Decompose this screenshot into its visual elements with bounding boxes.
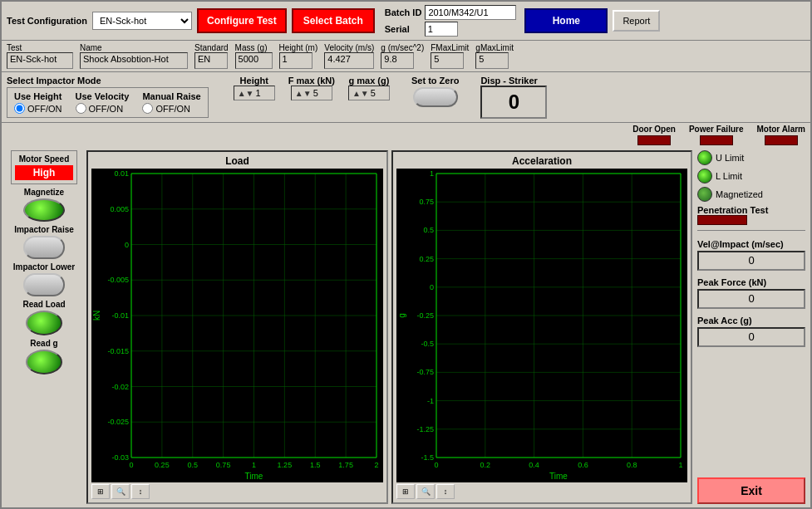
fmax-spinner-icon: ▲▼ [295,89,312,98]
fmax-spinner: F max (kN) ▲▼ 5 [288,76,335,100]
height-spinner-box[interactable]: ▲▼ 1 [234,86,275,100]
mass-label: Mass (g) [235,43,273,52]
motor-alarm-label: Motor Alarm [756,125,805,134]
left-panel: Motor Speed High Magnetize Impactor Rais… [7,150,81,504]
accel-chart-tool1[interactable]: ⊞ [396,484,415,499]
test-config-label: Test Configuration [7,16,87,26]
motor-alarm-led [765,135,798,145]
manual-raise-radio-label: OFF/ON [155,104,190,114]
magnetized-row: Magnetized [697,187,805,202]
test-label: Test [7,43,73,52]
set-to-zero-button[interactable] [413,87,458,107]
fmax-spinner-label: F max (kN) [288,76,335,86]
u-limit-row: U Limit [697,150,805,165]
velocity-label: Velocity (m/s) [324,43,374,52]
report-button[interactable]: Report [613,10,660,32]
penetration-test-led [697,215,747,225]
motor-speed-label: Motor Speed [15,154,73,164]
accel-chart-container: Accelaration ⊞ 🔍 ↕ [391,150,692,504]
manual-raise-label: Manual Raise [142,91,200,101]
door-open-label: Door Open [632,125,676,134]
impactor-bar: Select Impactor Mode Use Height OFF/ON U… [2,72,810,123]
standard-label: Standard [194,43,229,52]
read-load-button[interactable] [26,311,62,335]
g-label: g (m/sec^2) [381,43,424,52]
mass-value: 5000 [235,52,273,69]
velocity-value: 4.427 [324,52,374,69]
load-canvas [91,169,383,482]
set-to-zero-group: Set to Zero [411,76,459,107]
use-velocity-label: Use Velocity [76,91,130,101]
use-height-label: Use Height [14,91,62,101]
power-failure-led [700,135,733,145]
top-bar: Test Configuration EN-Sck-hot Configure … [2,2,810,41]
main-content: Motor Speed High Magnetize Impactor Rais… [2,147,810,507]
fmax-spinner-box[interactable]: ▲▼ 5 [291,86,332,100]
accel-chart-toolbar: ⊞ 🔍 ↕ [396,482,687,499]
fmax-spinner-value: 5 [313,88,318,98]
name-value: Shock Absobtion-Hot [80,52,188,69]
test-config-dropdown[interactable]: EN-Sck-hot [92,12,192,30]
load-chart-tool1[interactable]: ⊞ [91,484,110,499]
accel-chart-tool2[interactable]: 🔍 [416,484,435,499]
gmax-spinner-box[interactable]: ▲▼ 5 [348,86,390,100]
name-label: Name [80,43,188,52]
motor-alarm-status: Motor Alarm [756,125,805,145]
gmax-spinner-label: g max (g) [349,76,390,86]
charts-area: Load ⊞ 🔍 ↕ Accelaration ⊞ 🔍 [86,150,692,504]
door-open-status: Door Open [632,125,676,145]
use-height-radio[interactable] [14,103,25,114]
standard-value: EN [194,52,228,69]
peak-force-value: 0 [697,289,805,309]
spinner-up-icon: ▲▼ [238,89,254,98]
gmax-label: gMaxLimit [475,43,514,52]
peak-force-label: Peak Force (kN) [697,277,805,287]
disp-striker-label: Disp - Striker [480,76,537,86]
load-chart-area [91,169,383,482]
motor-speed-box: Motor Speed High [11,150,77,184]
right-panel: U Limit L Limit Magnetized Penetration T… [697,150,805,504]
use-velocity-radio[interactable] [76,103,86,114]
peak-acc-value: 0 [697,327,805,347]
home-button[interactable]: Home [524,8,608,33]
read-load-label: Read Load [22,300,65,309]
impactor-lower-button[interactable] [23,273,65,296]
vel-impact-label: Vel@Impact (m/sec) [697,239,805,249]
select-batch-button[interactable]: Select Batch [292,8,375,33]
separator1 [697,230,805,231]
height-value: 1 [279,52,312,69]
motor-speed-value: High [15,165,73,180]
u-limit-dot [697,150,712,165]
read-load-control: Read Load [22,300,65,335]
gmax-spinner-icon: ▲▼ [352,89,369,98]
serial-input[interactable] [425,22,458,37]
door-open-led [637,135,671,145]
use-height-radio-label: OFF/ON [27,104,62,114]
magnetize-button[interactable] [23,198,65,222]
read-g-label: Read g [30,339,57,348]
manual-raise-group: Manual Raise OFF/ON [142,91,200,114]
fmax-value: 5 [431,52,464,69]
u-limit-label: U Limit [716,153,744,163]
l-limit-label: L Limit [716,171,742,181]
fmax-label: FMaxLimit [431,43,469,52]
load-chart-tool3[interactable]: ↕ [131,484,150,499]
test-info-bar: Test EN-Sck-hot Name Shock Absobtion-Hot… [2,41,810,72]
power-failure-label: Power Failure [689,125,744,134]
penetration-test-group: Penetration Test [697,205,805,225]
magnetized-dot [697,187,712,202]
batch-id-input[interactable] [425,5,516,20]
height-label: Height (m) [279,43,318,52]
configure-test-button[interactable]: Configure Test [197,8,287,33]
read-g-button[interactable] [26,350,62,374]
serial-label: Serial [385,24,410,34]
vel-impact-group: Vel@Impact (m/sec) 0 [697,239,805,271]
exit-button[interactable]: Exit [697,477,805,504]
batch-section: Batch ID Serial [385,5,517,37]
disp-striker-group: Disp - Striker 0 [480,76,547,119]
accel-chart-tool3[interactable]: ↕ [436,484,455,499]
load-chart-tool2[interactable]: 🔍 [111,484,130,499]
impactor-raise-button[interactable] [23,236,65,259]
manual-raise-radio[interactable] [142,103,153,114]
g-value: 9.8 [381,52,414,69]
